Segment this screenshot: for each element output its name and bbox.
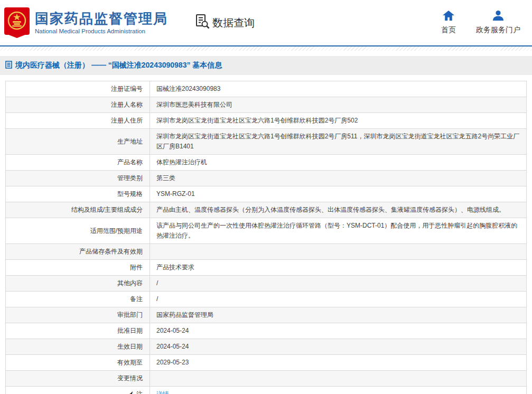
row-value: 该产品与同公司生产的一次性使用体腔热灌注治疗循环管路（型号：YSM-DCT-01… bbox=[150, 218, 526, 243]
top-nav: 首页 政务服务门户 bbox=[441, 11, 522, 35]
row-value: 第三类 bbox=[150, 171, 526, 186]
row-value: / bbox=[150, 292, 526, 307]
data-query-section[interactable]: 数据查询 bbox=[195, 14, 255, 32]
nav-home[interactable]: 首页 bbox=[441, 11, 456, 35]
site-subtitle: National Medical Products Administration bbox=[35, 28, 168, 34]
site-title-block: 国家药品监督管理局 National Medical Products Admi… bbox=[35, 11, 168, 35]
registration-info-table: 注册证编号 国械注准20243090983 注册人名称 深圳市医思美科技有限公司… bbox=[5, 81, 527, 394]
table-row: 结构及组成/主要组成成分 产品由主机、温度传感器探头（分别为入体温度传感器探头、… bbox=[6, 202, 526, 218]
table-row: 其他内容 / bbox=[6, 275, 526, 291]
row-label: 变更情况 bbox=[6, 371, 150, 386]
row-value bbox=[150, 244, 526, 259]
document-icon bbox=[5, 61, 12, 70]
table-row: 审批部门 国家药品监督管理局 bbox=[6, 307, 526, 323]
row-value: 产品技术要求 bbox=[150, 260, 526, 275]
page: 国家药品监督管理局 National Medical Products Admi… bbox=[0, 0, 532, 394]
row-label: 型号规格 bbox=[6, 186, 150, 202]
table-row: 变更情况 bbox=[6, 370, 526, 386]
row-label: 批准日期 bbox=[6, 323, 150, 339]
nav-gov-service-portal[interactable]: 政务服务门户 bbox=[476, 11, 520, 35]
document-search-icon bbox=[195, 14, 210, 32]
logo-block: 国家药品监督管理局 National Medical Products Admi… bbox=[4, 7, 168, 38]
row-label: 注册人名称 bbox=[6, 97, 150, 112]
row-label: 附件 bbox=[6, 260, 150, 275]
nav-gov-portal-label: 政务服务门户 bbox=[476, 25, 520, 35]
row-value: 体腔热灌注治疗机 bbox=[150, 155, 526, 170]
table-row: 注册证编号 国械注准20243090983 bbox=[6, 81, 526, 97]
data-query-label: 数据查询 bbox=[212, 16, 255, 30]
row-value: / bbox=[150, 276, 526, 291]
row-label: 产品名称 bbox=[6, 155, 150, 170]
row-label: 产品储存条件及有效期 bbox=[6, 244, 150, 259]
row-label: 其他内容 bbox=[6, 276, 150, 291]
table-row: 有效期至 2029-05-23 bbox=[6, 354, 526, 370]
person-icon bbox=[492, 11, 504, 22]
row-label: 备注 bbox=[6, 292, 150, 307]
row-label: 注册证编号 bbox=[6, 81, 150, 97]
hatch-divider bbox=[0, 46, 532, 51]
table-row: 型号规格 YSM-RGZ-01 bbox=[6, 186, 526, 202]
table-row: 注册人名称 深圳市医思美科技有限公司 bbox=[6, 97, 526, 112]
row-value: YSM-RGZ-01 bbox=[150, 186, 526, 202]
row-label: 适用范围/预期用途 bbox=[6, 218, 150, 243]
table-row: 生效日期 2024-05-24 bbox=[6, 339, 526, 354]
row-label: 结构及组成/主要组成成分 bbox=[6, 202, 150, 218]
table-row: 适用范围/预期用途 该产品与同公司生产的一次性使用体腔热灌注治疗循环管路（型号：… bbox=[6, 218, 526, 243]
row-value: 2024-05-24 bbox=[150, 339, 526, 354]
row-value: 2024-05-24 bbox=[150, 323, 526, 339]
table-row: 批准日期 2024-05-24 bbox=[6, 323, 526, 339]
row-value bbox=[150, 371, 526, 386]
breadcrumb: 境内医疗器械（注册） —— “国械注准20243090983” 基本信息 bbox=[0, 56, 532, 75]
row-label: 生产地址 bbox=[6, 129, 150, 154]
row-value: 2029-05-23 bbox=[150, 355, 526, 370]
row-value: 详情 bbox=[150, 387, 526, 394]
table-row: 产品名称 体腔热灌注治疗机 bbox=[6, 154, 526, 170]
table-row: 生产地址 深圳市龙岗区宝龙街道宝龙社区宝龙六路1号创维群欣科技园2号厂房511，… bbox=[6, 128, 526, 154]
row-label: 管理类别 bbox=[6, 171, 150, 186]
hand-pointer-icon: ☛ bbox=[127, 390, 136, 394]
table-row: 产品储存条件及有效期 bbox=[6, 243, 526, 259]
nav-home-label: 首页 bbox=[441, 25, 456, 35]
table-row: 附件 产品技术要求 bbox=[6, 259, 526, 275]
row-value: 深圳市龙岗区宝龙街道宝龙社区宝龙六路1号创维群欣科技园2号厂房511，深圳市龙岗… bbox=[150, 129, 526, 154]
row-value: 产品由主机、温度传感器探头（分别为入体温度传感器探头、出体温度传感器探头、集液罐… bbox=[150, 202, 526, 218]
table-row: 管理类别 第三类 bbox=[6, 170, 526, 186]
row-value: 国械注准20243090983 bbox=[150, 81, 526, 97]
row-label: 审批部门 bbox=[6, 307, 150, 323]
row-label: 生效日期 bbox=[6, 339, 150, 354]
table-row: ☛注 详情 bbox=[6, 386, 526, 394]
home-icon bbox=[443, 11, 454, 22]
row-label: 有效期至 bbox=[6, 355, 150, 370]
row-value: 国家药品监督管理局 bbox=[150, 307, 526, 323]
table-row: 备注 / bbox=[6, 291, 526, 307]
nmpa-emblem-logo bbox=[4, 7, 30, 38]
table-row: 注册人住所 深圳市龙岗区宝龙街道宝龙社区宝龙六路1号创维群欣科技园2号厂房502 bbox=[6, 112, 526, 128]
row-value: 深圳市龙岗区宝龙街道宝龙社区宝龙六路1号创维群欣科技园2号厂房502 bbox=[150, 113, 526, 128]
row-value: 深圳市医思美科技有限公司 bbox=[150, 97, 526, 112]
row-label: 注册人住所 bbox=[6, 113, 150, 128]
breadcrumb-text: 境内医疗器械（注册） —— “国械注准20243090983” 基本信息 bbox=[15, 61, 222, 70]
row-label: ☛注 bbox=[6, 387, 150, 394]
details-link[interactable]: 详情 bbox=[156, 389, 169, 394]
site-header: 国家药品监督管理局 National Medical Products Admi… bbox=[0, 0, 532, 46]
note-label: 注 bbox=[136, 389, 143, 394]
site-title: 国家药品监督管理局 bbox=[35, 11, 168, 26]
